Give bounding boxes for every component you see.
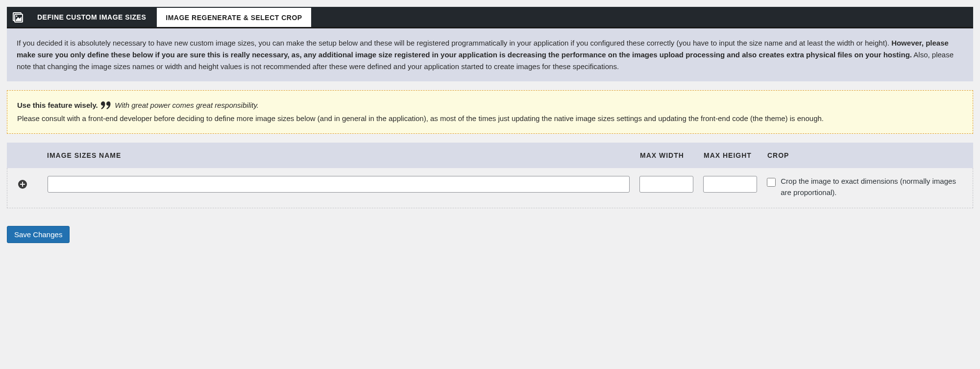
- save-changes-button[interactable]: Save Changes: [7, 226, 70, 243]
- tab-image-regenerate-select-crop[interactable]: IMAGE REGENERATE & SELECT CROP: [157, 8, 311, 27]
- warning-lead: Use this feature wisely.: [17, 101, 98, 109]
- col-header-name: IMAGE SIZES NAME: [47, 151, 640, 159]
- image-size-name-input[interactable]: [48, 176, 630, 193]
- crop-label: Crop the image to exact dimensions (norm…: [781, 176, 958, 198]
- tab-label: DEFINE CUSTOM IMAGE SIZES: [37, 13, 146, 21]
- image-sizes-table: IMAGE SIZES NAME MAX WIDTH MAX HEIGHT CR…: [7, 143, 973, 208]
- max-width-input[interactable]: [639, 176, 693, 193]
- col-header-max-height: MAX HEIGHT: [704, 151, 767, 159]
- table-row: Crop the image to exact dimensions (norm…: [7, 168, 973, 208]
- svg-point-2: [16, 15, 18, 17]
- app-icon: [7, 7, 28, 27]
- crop-option[interactable]: Crop the image to exact dimensions (norm…: [767, 176, 958, 198]
- table-header-row: IMAGE SIZES NAME MAX WIDTH MAX HEIGHT CR…: [7, 143, 973, 168]
- tab-define-custom-image-sizes[interactable]: DEFINE CUSTOM IMAGE SIZES: [28, 7, 155, 27]
- quote-icon: [101, 101, 111, 113]
- warning-panel: Use this feature wisely. With great powe…: [7, 90, 973, 134]
- tab-bar: DEFINE CUSTOM IMAGE SIZES IMAGE REGENERA…: [7, 7, 973, 28]
- max-height-input[interactable]: [703, 176, 757, 193]
- save-button-label: Save Changes: [14, 230, 62, 239]
- add-row-button[interactable]: [17, 179, 28, 190]
- col-header-max-width: MAX WIDTH: [640, 151, 704, 159]
- info-text-part1: If you decided it is absolutely necessar…: [17, 39, 891, 47]
- warning-body: Please consult with a front-end develope…: [17, 113, 963, 124]
- info-panel: If you decided it is absolutely necessar…: [7, 28, 973, 81]
- tab-label: IMAGE REGENERATE & SELECT CROP: [166, 14, 302, 22]
- warning-quote: With great power comes great responsibil…: [115, 101, 259, 109]
- svg-rect-5: [20, 184, 25, 185]
- col-header-crop: CROP: [767, 151, 963, 159]
- crop-checkbox[interactable]: [767, 176, 776, 188]
